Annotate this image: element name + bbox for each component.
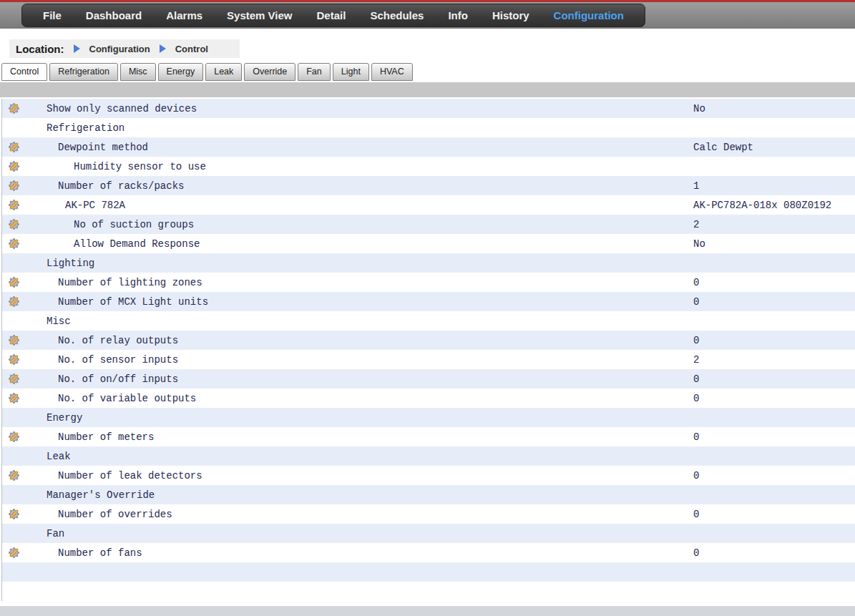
row-label: No. of sensor inputs: [2, 354, 178, 366]
row-value: 2: [693, 354, 699, 366]
main-menu: FileDashboardAlarmsSystem ViewDetailSche…: [21, 4, 645, 27]
table-row[interactable]: AK-PC 782AAK-PC782A-018x 080Z0192: [2, 195, 855, 215]
table-header-strip: [0, 82, 855, 97]
table-row: Leak: [2, 446, 855, 466]
row-label: Number of leak detectors: [2, 470, 202, 481]
tab-refrigeration[interactable]: Refrigeration: [49, 63, 118, 81]
gear-icon[interactable]: [8, 353, 20, 366]
menu-item-system-view[interactable]: System View: [215, 9, 304, 21]
menu-item-file[interactable]: File: [31, 9, 74, 21]
tab-hvac[interactable]: HVAC: [371, 63, 413, 81]
section-label: Manager's Override: [2, 489, 155, 501]
row-label: Number of overrides: [2, 509, 172, 520]
row-label: Allow Demand Response: [2, 238, 200, 250]
row-value: 1: [693, 180, 699, 192]
gear-icon[interactable]: [8, 431, 20, 443]
gear-icon[interactable]: [8, 295, 20, 308]
row-value: AK-PC782A-018x 080Z0192: [693, 200, 831, 211]
gear-icon[interactable]: [8, 238, 20, 250]
top-menu-bar: FileDashboardAlarmsSystem ViewDetailSche…: [0, 2, 855, 29]
row-label: Dewpoint method: [2, 142, 148, 153]
table-row[interactable]: Show only scanned devicesNo: [2, 99, 855, 118]
row-value: No: [693, 103, 705, 114]
table-row: Refrigeration: [2, 118, 855, 137]
table-row: Manager's Override: [2, 485, 855, 504]
table-row[interactable]: No of suction groups2: [2, 215, 855, 234]
row-label: Number of MCX Light units: [2, 296, 208, 308]
row-value: 0: [693, 509, 699, 520]
row-value: 2: [693, 219, 699, 230]
table-row[interactable]: Number of MCX Light units0: [2, 292, 855, 311]
table-row[interactable]: Number of leak detectors0: [2, 466, 855, 485]
row-value: 0: [693, 296, 699, 308]
gear-icon[interactable]: [8, 102, 20, 114]
table-row: [2, 562, 855, 582]
table-row[interactable]: Allow Demand ResponseNo: [2, 234, 855, 253]
row-value: Calc Dewpt: [693, 142, 753, 153]
table-row[interactable]: Number of lighting zones0: [2, 273, 855, 292]
tab-energy[interactable]: Energy: [158, 63, 204, 81]
table-row[interactable]: No. of on/off inputs0: [2, 369, 855, 388]
breadcrumb-arrow-icon: [160, 44, 166, 53]
tab-bar: ControlRefrigerationMiscEnergyLeakOverri…: [0, 63, 855, 81]
breadcrumb-item-control[interactable]: Control: [175, 44, 208, 54]
gear-icon[interactable]: [8, 334, 20, 346]
gear-icon[interactable]: [8, 276, 20, 288]
menu-item-info[interactable]: Info: [436, 9, 480, 21]
table-row: Lighting: [2, 253, 855, 273]
config-table: Show only scanned devicesNoRefrigeration…: [1, 99, 855, 601]
menu-item-detail[interactable]: Detail: [305, 9, 358, 21]
gear-icon[interactable]: [8, 373, 20, 385]
table-row[interactable]: No. of variable outputs0: [2, 388, 855, 408]
row-label: AK-PC 782A: [2, 200, 125, 211]
table-row: Misc: [2, 311, 855, 331]
section-label: Energy: [2, 412, 82, 424]
row-label: Number of racks/packs: [2, 180, 184, 192]
table-row[interactable]: Number of racks/packs1: [2, 176, 855, 195]
gear-icon[interactable]: [8, 469, 20, 481]
row-value: 0: [693, 277, 699, 288]
row-label: No. of relay outputs: [2, 335, 178, 346]
tab-override[interactable]: Override: [244, 63, 295, 81]
tab-misc[interactable]: Misc: [120, 63, 156, 81]
gear-icon[interactable]: [8, 180, 20, 192]
table-row[interactable]: Humidity sensor to use: [2, 157, 855, 176]
section-label: Fan: [2, 528, 64, 539]
row-label: Number of meters: [2, 431, 154, 443]
row-value: 0: [693, 431, 699, 443]
gear-icon[interactable]: [8, 199, 20, 211]
section-label: Leak: [2, 451, 71, 462]
table-row[interactable]: Dewpoint methodCalc Dewpt: [2, 137, 855, 157]
tab-control[interactable]: Control: [1, 63, 47, 81]
row-label: No. of variable outputs: [2, 393, 196, 404]
row-value: 0: [693, 373, 699, 385]
menu-item-dashboard[interactable]: Dashboard: [74, 9, 154, 21]
menu-item-history[interactable]: History: [480, 9, 542, 21]
row-value: 0: [693, 470, 699, 481]
row-value: 0: [693, 547, 699, 559]
menu-item-configuration[interactable]: Configuration: [542, 9, 636, 21]
gear-icon[interactable]: [8, 141, 20, 153]
gear-icon[interactable]: [8, 508, 20, 520]
tab-light[interactable]: Light: [333, 63, 369, 81]
gear-icon[interactable]: [8, 392, 20, 404]
menu-item-schedules[interactable]: Schedules: [358, 9, 436, 21]
table-row[interactable]: Number of overrides0: [2, 504, 855, 524]
tab-leak[interactable]: Leak: [205, 63, 242, 81]
row-value: 0: [693, 393, 699, 404]
table-row[interactable]: No. of relay outputs0: [2, 331, 855, 350]
table-row: Energy: [2, 408, 855, 427]
table-row[interactable]: No. of sensor inputs2: [2, 350, 855, 369]
gear-icon[interactable]: [8, 218, 20, 230]
table-row[interactable]: Number of fans0: [2, 543, 855, 562]
footer-bar: [0, 606, 855, 616]
section-label: Refrigeration: [2, 122, 124, 134]
gear-icon[interactable]: [8, 547, 20, 559]
gear-icon[interactable]: [8, 160, 20, 172]
tab-fan[interactable]: Fan: [298, 63, 331, 81]
row-value: 0: [693, 335, 699, 346]
table-row[interactable]: Number of meters0: [2, 427, 855, 446]
row-value: No: [693, 238, 705, 250]
breadcrumb-item-configuration[interactable]: Configuration: [89, 44, 150, 54]
menu-item-alarms[interactable]: Alarms: [154, 9, 215, 21]
